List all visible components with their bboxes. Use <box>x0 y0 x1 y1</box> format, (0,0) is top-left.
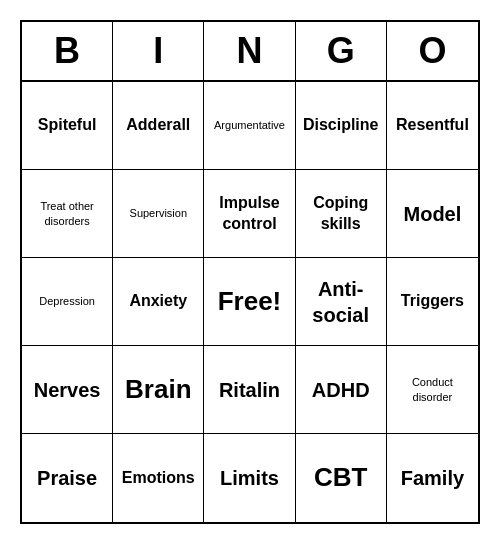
bingo-cell: ADHD <box>296 346 387 434</box>
cell-text: CBT <box>314 461 367 495</box>
bingo-cell: Emotions <box>113 434 204 522</box>
bingo-cell: Adderall <box>113 82 204 170</box>
bingo-cell: Conduct disorder <box>387 346 478 434</box>
cell-text: Emotions <box>122 468 195 489</box>
bingo-cell: Anxiety <box>113 258 204 346</box>
cell-text: Resentful <box>396 115 469 136</box>
cell-text: Family <box>401 465 464 491</box>
bingo-card: BINGO SpitefulAdderallArgumentativeDisci… <box>20 20 480 524</box>
cell-text: Supervision <box>130 206 187 220</box>
cell-text: Treat other disorders <box>26 199 108 228</box>
cell-text: Free! <box>218 285 282 319</box>
bingo-header: BINGO <box>22 22 478 82</box>
cell-text: Depression <box>39 294 95 308</box>
bingo-cell: Depression <box>22 258 113 346</box>
bingo-cell: Argumentative <box>204 82 295 170</box>
header-letter: G <box>296 22 387 80</box>
bingo-cell: Anti-social <box>296 258 387 346</box>
bingo-cell: Family <box>387 434 478 522</box>
cell-text: Conduct disorder <box>391 375 474 404</box>
bingo-cell: Free! <box>204 258 295 346</box>
cell-text: Coping skills <box>300 193 382 235</box>
bingo-cell: Treat other disorders <box>22 170 113 258</box>
cell-text: Triggers <box>401 291 464 312</box>
cell-text: Spiteful <box>38 115 97 136</box>
bingo-grid: SpitefulAdderallArgumentativeDisciplineR… <box>22 82 478 522</box>
cell-text: Brain <box>125 373 191 407</box>
bingo-cell: Triggers <box>387 258 478 346</box>
cell-text: Ritalin <box>219 377 280 403</box>
cell-text: Anti-social <box>300 276 382 328</box>
cell-text: ADHD <box>312 377 370 403</box>
cell-text: Adderall <box>126 115 190 136</box>
header-letter: O <box>387 22 478 80</box>
cell-text: Anxiety <box>129 291 187 312</box>
bingo-cell: Nerves <box>22 346 113 434</box>
cell-text: Praise <box>37 465 97 491</box>
bingo-cell: Discipline <box>296 82 387 170</box>
cell-text: Nerves <box>34 377 101 403</box>
header-letter: I <box>113 22 204 80</box>
bingo-cell: Coping skills <box>296 170 387 258</box>
bingo-cell: Limits <box>204 434 295 522</box>
bingo-cell: Ritalin <box>204 346 295 434</box>
header-letter: B <box>22 22 113 80</box>
cell-text: Impulse control <box>208 193 290 235</box>
cell-text: Limits <box>220 465 279 491</box>
header-letter: N <box>204 22 295 80</box>
cell-text: Discipline <box>303 115 379 136</box>
bingo-cell: Resentful <box>387 82 478 170</box>
cell-text: Argumentative <box>214 118 285 132</box>
bingo-cell: Supervision <box>113 170 204 258</box>
bingo-cell: Model <box>387 170 478 258</box>
bingo-cell: Praise <box>22 434 113 522</box>
bingo-cell: Brain <box>113 346 204 434</box>
bingo-cell: Impulse control <box>204 170 295 258</box>
bingo-cell: Spiteful <box>22 82 113 170</box>
cell-text: Model <box>404 201 462 227</box>
bingo-cell: CBT <box>296 434 387 522</box>
